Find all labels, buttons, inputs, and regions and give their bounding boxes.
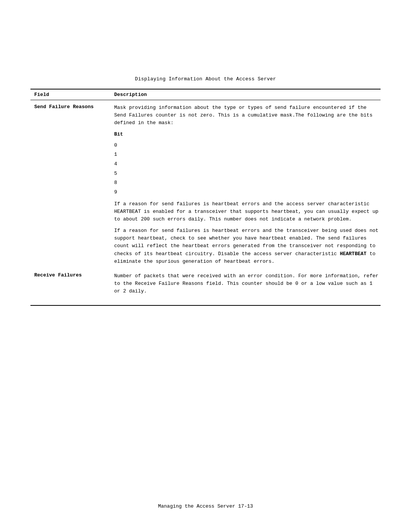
heartbeat-para-1: If a reason for send failures is heartbe… (114, 200, 381, 223)
heartbeat-para-2: If a reason for send failures is heartbe… (114, 227, 381, 265)
bit-1: 1 (114, 150, 381, 160)
table-row: Receive Failures Number of packets that … (30, 268, 381, 298)
header-field: Field (30, 92, 114, 97)
table-row: Send Failure Reasons Mask providing info… (30, 100, 381, 268)
bit-5: 5 (114, 169, 381, 179)
bit-9: 9 (114, 188, 381, 197)
bit-8: 8 (114, 178, 381, 188)
table-body: Send Failure Reasons Mask providing info… (30, 100, 381, 298)
desc-send-failure-reasons: Mask providing information about the typ… (114, 104, 381, 265)
page-footer: Managing the Access Server 17-13 (0, 503, 411, 509)
header-description: Description (114, 92, 381, 97)
receive-failures-para: Number of packets that were received wit… (114, 272, 381, 295)
bit-label: Bit (114, 131, 381, 138)
bit-table: Bit 0 1 4 5 8 9 (114, 131, 381, 197)
table-wrapper: Field Description Send Failure Reasons M… (30, 89, 381, 298)
bit-0: 0 (114, 141, 381, 150)
page-subtitle: Displaying Information About the Access … (30, 76, 381, 82)
table-header-row: Field Description (30, 89, 381, 100)
field-receive-failures: Receive Failures (30, 272, 114, 295)
page-container: Displaying Information About the Access … (0, 0, 411, 532)
bit-4: 4 (114, 160, 381, 169)
send-failure-intro: Mask providing information about the typ… (114, 104, 381, 127)
bottom-rule (30, 305, 381, 306)
desc-receive-failures: Number of packets that were received wit… (114, 272, 381, 295)
field-send-failure-reasons: Send Failure Reasons (30, 104, 114, 265)
